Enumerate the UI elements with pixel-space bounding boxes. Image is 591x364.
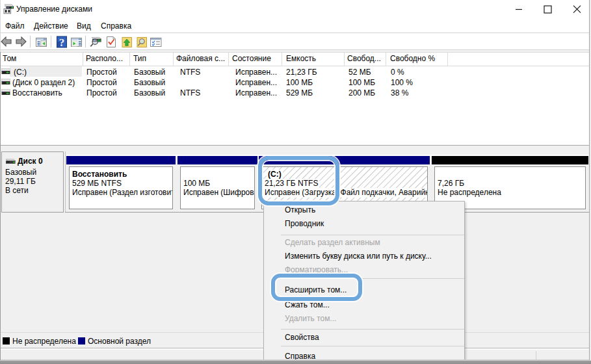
svg-text:?: ? xyxy=(59,36,65,49)
